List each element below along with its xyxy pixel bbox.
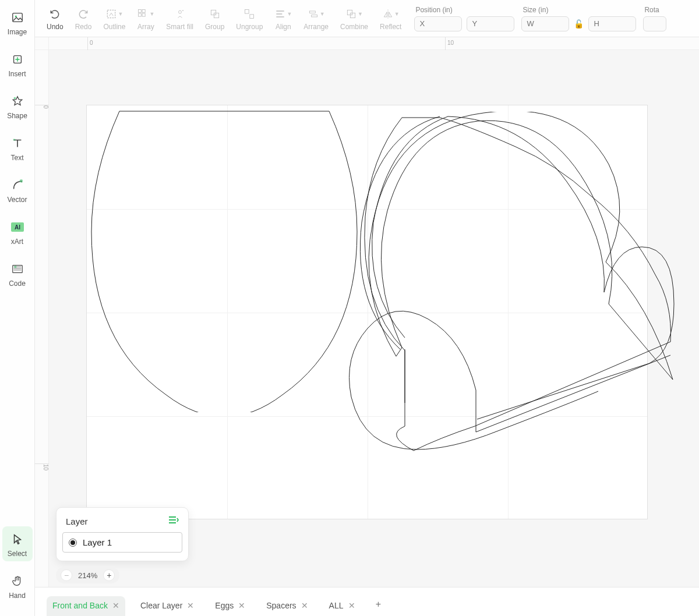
- tool-image[interactable]: Image: [2, 5, 33, 40]
- undo-button[interactable]: Undo: [41, 6, 69, 31]
- layer-row[interactable]: Layer 1: [62, 532, 182, 553]
- group-button[interactable]: Group: [199, 6, 230, 31]
- size-w-input[interactable]: [521, 16, 569, 31]
- svg-rect-11: [139, 9, 142, 12]
- position-y-input[interactable]: [467, 16, 514, 31]
- align-icon: ▼: [274, 6, 292, 22]
- tool-text[interactable]: Text: [2, 130, 33, 165]
- tool-vector[interactable]: Vector: [2, 172, 33, 207]
- tool-select-label: Select: [8, 550, 27, 558]
- svg-rect-24: [350, 13, 355, 17]
- shape-egg-left[interactable]: [90, 109, 358, 412]
- tool-insert[interactable]: Insert: [2, 47, 33, 82]
- ruler-top[interactable]: 0 10: [49, 37, 699, 50]
- reflect-label: Reflect: [380, 23, 401, 31]
- xart-icon: AI: [9, 219, 26, 235]
- close-icon[interactable]: ✕: [238, 601, 245, 610]
- layer-radio[interactable]: [69, 539, 77, 547]
- redo-label: Redo: [75, 23, 92, 31]
- tool-xart-label: xArt: [11, 238, 23, 246]
- shape-egg-right[interactable]: [323, 112, 679, 455]
- add-tab-button[interactable]: +: [370, 596, 387, 613]
- svg-point-3: [13, 97, 16, 100]
- layer-panel[interactable]: Layer Layer 1: [56, 507, 189, 561]
- ruler-tick: 10: [445, 37, 454, 50]
- smartfill-icon: [174, 6, 186, 22]
- size-h-input[interactable]: [588, 16, 636, 31]
- position-x-input[interactable]: [414, 16, 462, 31]
- combine-icon: ▼: [345, 6, 363, 22]
- outline-icon: ▼: [105, 6, 123, 22]
- tab-eggs[interactable]: Eggs ✕: [209, 596, 251, 616]
- undo-icon: [49, 6, 61, 22]
- align-button[interactable]: ▼ Align: [269, 6, 298, 31]
- smartfill-label: Smart fill: [166, 23, 193, 31]
- zoom-value[interactable]: 214%: [78, 571, 97, 580]
- svg-point-16: [182, 10, 183, 11]
- shape-icon: [9, 93, 26, 109]
- tab-clear-layer[interactable]: Clear Layer ✕: [135, 596, 200, 616]
- svg-rect-17: [211, 10, 216, 15]
- close-icon[interactable]: ✕: [112, 601, 119, 610]
- redo-button[interactable]: Redo: [69, 6, 98, 31]
- array-button[interactable]: ▼ Array: [131, 6, 160, 31]
- svg-rect-19: [245, 9, 249, 13]
- redo-icon: [77, 6, 89, 22]
- size-group: Size (in) 🔓: [521, 6, 636, 31]
- ungroup-icon: [243, 6, 255, 22]
- ruler-corner: [35, 37, 49, 50]
- close-icon[interactable]: ✕: [301, 601, 308, 610]
- close-icon[interactable]: ✕: [348, 601, 355, 610]
- select-icon: [9, 531, 26, 547]
- rotation-input[interactable]: [643, 16, 666, 31]
- tab-spacers[interactable]: Spacers ✕: [260, 596, 313, 616]
- array-label: Array: [137, 23, 154, 31]
- tool-select[interactable]: Select: [2, 526, 33, 561]
- rotation-label: Rota: [643, 6, 666, 14]
- group-label: Group: [205, 23, 224, 31]
- tab-front-and-back[interactable]: Front and Back ✕: [47, 596, 125, 616]
- zoom-out-button[interactable]: −: [61, 569, 72, 581]
- canvas-area[interactable]: 0 10 0 10 Layer: [35, 37, 699, 587]
- svg-rect-9: [14, 266, 16, 268]
- combine-label: Combine: [340, 23, 368, 31]
- group-icon: [209, 6, 221, 22]
- close-icon[interactable]: ✕: [187, 601, 194, 610]
- insert-icon: [9, 51, 26, 68]
- tool-shape[interactable]: Shape: [2, 88, 33, 123]
- zoom-in-button[interactable]: +: [103, 569, 115, 581]
- tab-label: Clear Layer: [140, 601, 182, 610]
- tab-label: Eggs: [215, 601, 234, 610]
- svg-rect-10: [108, 10, 115, 17]
- ruler-tick: 0: [35, 105, 49, 109]
- reflect-button[interactable]: ▼ Reflect: [374, 6, 407, 31]
- ungroup-button[interactable]: Ungroup: [230, 6, 269, 31]
- tab-all[interactable]: ALL ✕: [323, 596, 361, 616]
- ruler-left[interactable]: 0 10: [35, 50, 49, 587]
- layer-menu-icon[interactable]: [168, 516, 179, 526]
- svg-rect-14: [143, 13, 146, 16]
- tool-image-label: Image: [8, 28, 27, 36]
- svg-rect-0: [12, 13, 22, 22]
- vector-icon: [9, 177, 26, 193]
- svg-rect-12: [143, 9, 146, 12]
- tool-xart[interactable]: AI xArt: [2, 214, 33, 249]
- zoom-control: − 214% +: [56, 567, 119, 583]
- left-sidebar: Image Insert Shape Text Vector AI xArt: [0, 0, 35, 616]
- lock-icon[interactable]: 🔓: [574, 19, 584, 29]
- array-icon: ▼: [137, 6, 154, 22]
- ungroup-label: Ungroup: [236, 23, 263, 31]
- svg-point-5: [19, 179, 22, 183]
- arrange-label: Arrange: [303, 23, 329, 31]
- svg-rect-4: [13, 139, 15, 141]
- combine-button[interactable]: ▼ Combine: [334, 6, 374, 31]
- tool-code[interactable]: Code: [2, 256, 33, 291]
- outline-button[interactable]: ▼ Outline: [97, 6, 131, 31]
- tab-label: ALL: [329, 601, 344, 610]
- rotation-group: Rota: [643, 6, 666, 31]
- arrange-button[interactable]: ▼ Arrange: [298, 6, 334, 31]
- size-label: Size (in): [521, 6, 636, 14]
- smartfill-button[interactable]: Smart fill: [160, 6, 199, 31]
- align-label: Align: [276, 23, 291, 31]
- tool-hand[interactable]: Hand: [2, 568, 33, 603]
